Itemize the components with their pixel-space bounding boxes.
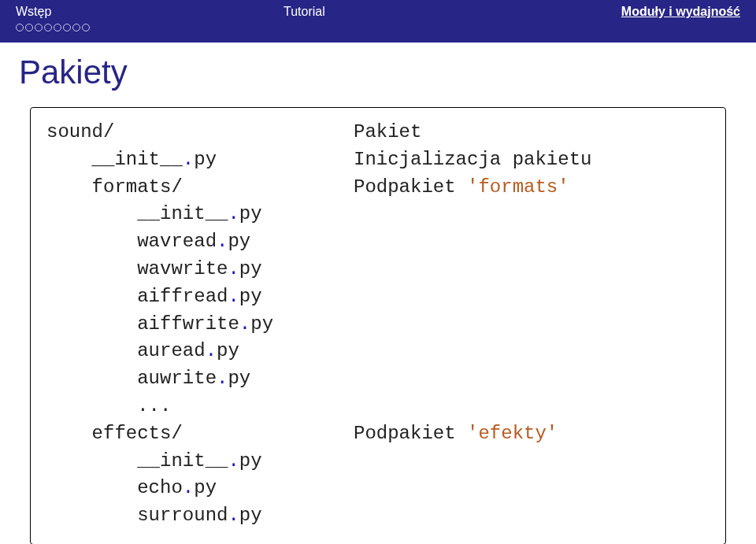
progress-dot [54,24,61,31]
page-title: Pakiety [0,43,756,99]
code-line: __init__.py [46,448,354,476]
code-line: auwrite.py [46,365,354,393]
code-line: wavread.py [46,228,354,256]
progress-dot [72,24,80,31]
code-line: echo.py [46,475,354,502]
progress-dot [82,24,90,31]
progress-dot [63,24,71,31]
progress-dot [44,24,52,31]
progress-dot [35,24,43,31]
code-comment: Podpakiet 'formats' [354,174,710,202]
progress-row [0,24,756,43]
progress-dot [16,24,24,31]
code-comment: Podpakiet 'efekty' [354,420,710,448]
nav-section-center[interactable]: Tutorial [284,5,325,19]
code-line: sound/ [46,119,354,146]
progress-dot [25,24,33,31]
progress-dots [16,24,90,31]
code-comment: Inicjalizacja pakietu [354,146,710,174]
code-line: aiffwrite.py [46,311,354,339]
code-line: surround.py [46,502,354,530]
code-line: auread.py [46,338,354,365]
nav-section-right[interactable]: Moduły i wydajność [621,5,740,19]
code-line: aiffread.py [46,283,354,311]
code-line: effects/ [46,420,354,448]
code-line: formats/ [46,174,354,202]
code-line: ... [46,393,354,420]
navbar: Wstęp Tutorial Moduły i wydajność [0,0,756,24]
code-comment: Pakiet [354,119,710,146]
code-line: __init__.py [46,146,354,174]
code-line: __init__.py [46,201,354,228]
nav-section-left[interactable]: Wstęp [16,5,284,19]
code-block: sound/ Pakiet __init__.py Inicjalizacja … [30,107,726,544]
code-line: wavwrite.py [46,256,354,283]
